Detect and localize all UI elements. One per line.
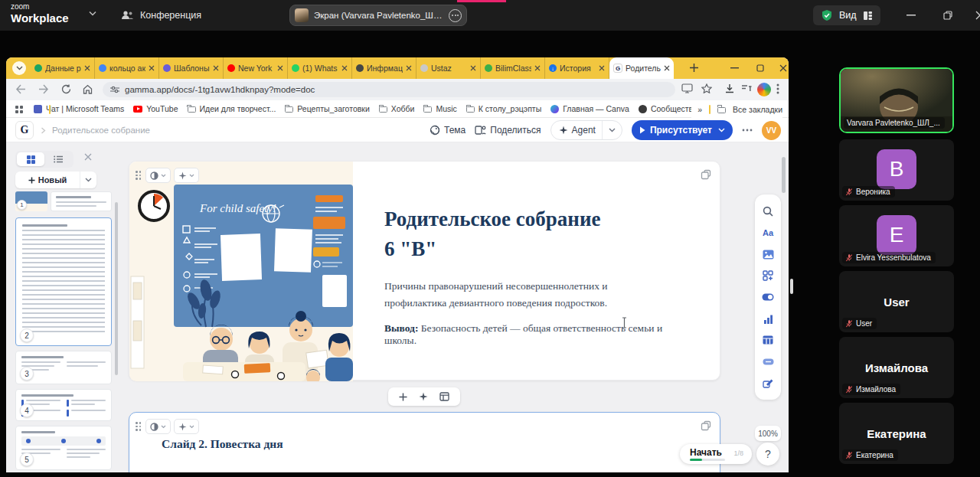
blocks-icon[interactable]	[762, 270, 774, 282]
sidebar-close-icon[interactable]	[84, 153, 92, 161]
slide-thumbnail-5[interactable]: 5	[15, 426, 112, 470]
tab-close-icon[interactable]	[84, 65, 90, 71]
participant-tile[interactable]: Измайлова Измайлова	[839, 337, 954, 398]
tab-close-icon[interactable]	[406, 65, 412, 71]
home-button[interactable]	[83, 84, 93, 94]
button-icon[interactable]	[762, 355, 774, 368]
slide-card-1[interactable]: For child safety!	[129, 161, 720, 381]
chevron-down-icon[interactable]	[89, 11, 96, 16]
agent-button[interactable]: Agent	[550, 120, 622, 140]
download-icon[interactable]	[724, 83, 735, 94]
browser-tab[interactable]: New York	[224, 57, 288, 79]
bookmark-star-icon[interactable]	[701, 83, 712, 93]
sidebar-scrollbar[interactable]	[115, 202, 118, 375]
bookmark-item[interactable]: Рецепты_заготовки	[285, 104, 369, 113]
template-icon[interactable]	[439, 392, 449, 401]
more-options-icon[interactable]	[449, 9, 462, 22]
drag-handle-icon[interactable]	[136, 171, 141, 180]
bookmarks-overflow-button[interactable]: »	[697, 105, 702, 114]
user-avatar[interactable]: VV	[762, 121, 781, 140]
bookmark-item[interactable]: К столу_рэцэпты	[466, 104, 541, 113]
table-icon[interactable]	[762, 334, 774, 346]
toggle-icon[interactable]	[762, 291, 774, 303]
browser-profile-avatar[interactable]	[757, 83, 771, 96]
draw-icon[interactable]	[762, 377, 774, 389]
card-view-button[interactable]	[17, 152, 44, 166]
window-maximize-button[interactable]	[934, 0, 962, 31]
participant-tile[interactable]: Екатерина Екатерина	[839, 403, 954, 464]
theme-button[interactable]: Тема	[430, 125, 466, 136]
tab-close-icon[interactable]	[664, 65, 670, 71]
tab-search-button[interactable]	[12, 61, 26, 75]
browser-tab[interactable]: Ustaz	[416, 57, 481, 79]
browser-tab[interactable]: Инфрмаци	[352, 57, 416, 79]
tab-close-icon[interactable]	[599, 65, 605, 71]
password-manager-icon[interactable]	[741, 83, 753, 93]
participant-video-tile[interactable]: Varvara Pavletenko_ШЛ_...	[839, 67, 954, 133]
new-card-button[interactable]: Новый	[15, 172, 96, 188]
bookmark-item[interactable]: Хобби	[379, 104, 415, 113]
image-icon[interactable]	[762, 248, 774, 260]
browser-menu-icon[interactable]	[776, 83, 779, 94]
ai-add-icon[interactable]	[419, 392, 428, 401]
view-button[interactable]: Вид	[813, 5, 880, 25]
panel-resize-handle[interactable]	[790, 279, 793, 294]
text-style-icon[interactable]: Aa	[762, 227, 774, 239]
card-ai-button[interactable]	[174, 419, 199, 434]
duplicate-card-icon[interactable]	[701, 169, 711, 180]
slide1-conclusion[interactable]: Вывод: Безопасность детей — общая ответс…	[384, 322, 683, 347]
reload-button[interactable]	[61, 84, 71, 94]
breadcrumb[interactable]: Родительское собрание	[52, 126, 150, 135]
tab-close-icon[interactable]	[277, 65, 283, 71]
participant-tile[interactable]: B Вероника	[839, 139, 954, 201]
agent-dropdown[interactable]	[602, 121, 622, 139]
window-minimize-button[interactable]	[897, 0, 925, 31]
duplicate-card-icon[interactable]	[701, 420, 711, 431]
browser-tab[interactable]: ↓ История	[545, 57, 609, 79]
slide1-body[interactable]: Причины правонарушений несовершеннолетни…	[384, 278, 651, 312]
gamma-logo[interactable]: G	[15, 121, 34, 139]
list-view-button[interactable]	[44, 152, 72, 166]
bookmark-item[interactable]: YouTube	[133, 104, 178, 113]
browser-tab[interactable]: (1) Whats	[288, 57, 352, 79]
slide-thumbnail-3[interactable]: 3	[15, 351, 112, 384]
card-theme-button[interactable]	[145, 419, 171, 434]
tab-close-icon[interactable]	[213, 65, 219, 71]
new-card-dropdown[interactable]	[80, 172, 96, 188]
apps-grid-icon[interactable]	[15, 106, 23, 113]
card-ai-button[interactable]	[174, 168, 199, 183]
back-button[interactable]	[15, 84, 26, 94]
add-card-icon[interactable]	[399, 393, 407, 401]
start-presentation-button[interactable]: Начать 1/8	[680, 444, 752, 464]
browser-tab[interactable]: кольцо ак	[95, 57, 159, 79]
slide-thumbnail-2[interactable]: 2	[15, 217, 112, 346]
share-button[interactable]: Поделиться	[475, 125, 541, 136]
help-button[interactable]: ?	[756, 443, 779, 466]
url-bar[interactable]: gamma.app/docs/-1tg1avw1hdknpay?mode=doc	[103, 82, 675, 97]
canvas-scrollbar[interactable]	[782, 157, 786, 193]
browser-minimize-button[interactable]	[723, 57, 746, 79]
tab-close-icon[interactable]	[470, 65, 476, 71]
chart-icon[interactable]	[762, 312, 774, 325]
site-settings-icon[interactable]	[110, 86, 119, 93]
present-button[interactable]: Присутствует	[632, 120, 733, 140]
slide-thumbnail-4[interactable]: 4	[15, 389, 112, 421]
cast-icon[interactable]	[681, 83, 693, 93]
card-theme-button[interactable]	[145, 168, 171, 183]
forward-button[interactable]	[38, 84, 49, 94]
browser-tab[interactable]: G Родитель	[609, 57, 674, 79]
bookmark-item[interactable]: Чат | Microsoft Teams	[34, 104, 124, 113]
tab-close-icon[interactable]	[534, 65, 541, 71]
bookmark-item[interactable]: Идеи для творчест...	[188, 104, 276, 113]
participant-tile[interactable]: User User	[839, 271, 954, 332]
browser-close-button[interactable]	[772, 57, 789, 79]
tab-close-icon[interactable]	[149, 65, 155, 71]
tab-close-icon[interactable]	[341, 65, 348, 71]
all-bookmarks-button[interactable]: Все закладки	[733, 105, 782, 114]
browser-tab[interactable]: Данные р	[31, 57, 95, 79]
slide1-title[interactable]: Родительское собрание 6 "В"	[384, 204, 600, 264]
participant-tile[interactable]: E Elvira Yessenbulatova	[839, 205, 954, 266]
meeting-tab[interactable]: Конференция	[121, 0, 201, 31]
slide2-title[interactable]: Слайд 2. Повестка дня	[162, 437, 283, 451]
bookmark-item[interactable]: Music	[423, 104, 456, 113]
